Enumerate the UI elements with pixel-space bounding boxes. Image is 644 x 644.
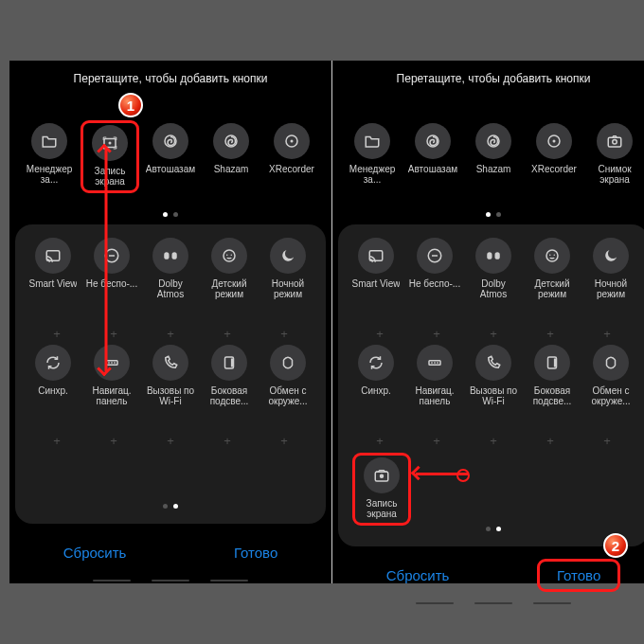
- tile-swirl[interactable]: Shazam: [467, 123, 520, 174]
- pager-panel: [342, 527, 644, 531]
- tile-label: Smart View: [29, 278, 78, 289]
- tile-label: Автошазам: [408, 164, 457, 174]
- tile-label: Shazam: [214, 164, 249, 174]
- dolby-icon: [152, 238, 188, 274]
- kid-icon: [534, 238, 570, 274]
- phone-left: Перетащите, чтобы добавить кнопки 1 Мене…: [9, 61, 331, 583]
- instruction-text: Перетащите, чтобы добавить кнопки: [9, 61, 331, 95]
- tile-label: Smart View: [352, 278, 401, 289]
- tile-label: Обмен с окруже...: [261, 385, 314, 406]
- tile-label: Навигац. панель: [408, 385, 461, 406]
- tile-swirl[interactable]: Автошазам: [144, 123, 197, 174]
- swirl-icon: [415, 123, 451, 159]
- tile-edge[interactable]: Боковая подсве...: [526, 345, 579, 406]
- tile-label: Вызовы по Wi-Fi: [467, 385, 520, 406]
- sync-icon: [358, 345, 394, 381]
- tile-share[interactable]: Обмен с окруже...: [584, 345, 637, 406]
- tile-edge[interactable]: Боковая подсве...: [203, 345, 256, 406]
- quick-panel[interactable]: Smart ViewНе беспо-...Dolby AtmosДетский…: [338, 224, 644, 546]
- tile-camera[interactable]: Снимок экрана: [588, 123, 641, 185]
- tile-disc[interactable]: XRecorder: [265, 123, 318, 174]
- tile-sync[interactable]: Синхр.: [27, 345, 80, 396]
- add-slot-row: +++++: [342, 430, 644, 452]
- pager-top: [332, 212, 644, 217]
- svg-point-10: [224, 250, 235, 261]
- svg-point-12: [231, 255, 233, 257]
- nav-icon: [94, 345, 130, 381]
- dolby-icon: [475, 238, 511, 274]
- record-icon: [92, 125, 128, 161]
- tile-label: Ночной режим: [261, 278, 314, 299]
- tile-label: XRecorder: [269, 164, 314, 174]
- tile-label: Снимок экрана: [588, 164, 641, 185]
- wifi-call-icon: [475, 345, 511, 381]
- reset-button[interactable]: Сбросить: [369, 562, 467, 589]
- tile-sync[interactable]: Синхр.: [349, 345, 402, 396]
- footer: Сбросить Готово 2: [332, 552, 644, 602]
- tile-moon[interactable]: Ночной режим: [584, 238, 637, 299]
- tile-label: Не беспо-...: [409, 278, 460, 289]
- svg-point-5: [291, 140, 294, 143]
- minus-icon: [417, 238, 453, 274]
- disc-icon: [536, 123, 572, 159]
- reset-button[interactable]: Сбросить: [46, 539, 144, 566]
- add-slot-row: +++++: [19, 430, 322, 452]
- wifi-call-icon: [152, 345, 188, 381]
- tile-label: Менеджер за...: [23, 164, 76, 185]
- svg-rect-9: [172, 252, 177, 259]
- tile-moon[interactable]: Ночной режим: [261, 238, 314, 299]
- drop-arrow-left: [416, 473, 468, 475]
- tile-label: XRecorder: [531, 164, 577, 174]
- tile-share[interactable]: Обмен с окруже...: [261, 345, 314, 406]
- done-button[interactable]: Готово: [540, 562, 617, 589]
- moon-icon: [270, 238, 306, 274]
- tile-label: Боковая подсве...: [526, 385, 579, 406]
- tile-swirl[interactable]: Автошазам: [406, 123, 459, 174]
- tile-folder[interactable]: Менеджер за...: [23, 123, 76, 185]
- tile-label: Запись экрана: [85, 166, 134, 187]
- done-button[interactable]: Готово: [217, 539, 295, 566]
- edge-icon: [211, 345, 247, 381]
- tile-label: Боковая подсве...: [203, 385, 256, 406]
- drag-arrow-down: [105, 149, 108, 371]
- tile-folder[interactable]: Менеджер за...: [346, 123, 399, 185]
- tile-minus[interactable]: Не беспо-...: [408, 238, 461, 289]
- tile-cast[interactable]: Smart View: [27, 238, 80, 289]
- tile-label: Dolby Atmos: [467, 278, 520, 299]
- tile-screen-record-dropped[interactable]: Запись экрана: [355, 456, 408, 523]
- cast-icon: [358, 238, 394, 274]
- tile-kid[interactable]: Детский режим: [526, 238, 579, 299]
- tile-nav[interactable]: Навигац. панель: [85, 345, 138, 406]
- nav-icon: [417, 345, 453, 381]
- android-nav-bar: [332, 602, 644, 606]
- tile-label: Детский режим: [203, 278, 256, 299]
- tile-label: Автошазам: [146, 164, 195, 174]
- tile-disc[interactable]: XRecorder: [528, 123, 581, 174]
- tile-label: Запись экрана: [357, 498, 406, 519]
- quick-panel[interactable]: Smart ViewНе беспо-...Dolby AtmosДетский…: [15, 224, 326, 524]
- tile-kid[interactable]: Детский режим: [203, 238, 256, 299]
- record-icon: [364, 457, 400, 493]
- tile-wifi-call[interactable]: Вызовы по Wi-Fi: [144, 345, 197, 406]
- sync-icon: [35, 345, 71, 381]
- svg-point-25: [546, 250, 558, 261]
- svg-point-11: [226, 255, 228, 257]
- tile-wifi-call[interactable]: Вызовы по Wi-Fi: [467, 345, 520, 406]
- step-badge-1: 1: [118, 93, 143, 117]
- svg-rect-8: [164, 252, 169, 259]
- tile-minus[interactable]: Не беспо-...: [85, 238, 138, 289]
- add-slot-row: +++++: [342, 323, 644, 345]
- share-icon: [270, 345, 306, 381]
- swirl-icon: [213, 123, 249, 159]
- tile-dolby[interactable]: Dolby Atmos: [467, 238, 520, 299]
- tile-record[interactable]: Запись экрана: [83, 123, 136, 190]
- tile-cast[interactable]: Smart View: [349, 238, 402, 289]
- tile-label: Dolby Atmos: [144, 278, 197, 299]
- available-tiles-row: Менеджер за...Запись экранаАвтошазамShaz…: [9, 123, 331, 208]
- tile-label: Детский режим: [526, 278, 579, 299]
- tile-label: Синхр.: [361, 385, 391, 396]
- tile-nav[interactable]: Навигац. панель: [408, 345, 461, 406]
- tile-label: Менеджер за...: [346, 164, 399, 185]
- tile-swirl[interactable]: Shazam: [205, 123, 258, 174]
- tile-dolby[interactable]: Dolby Atmos: [144, 238, 197, 299]
